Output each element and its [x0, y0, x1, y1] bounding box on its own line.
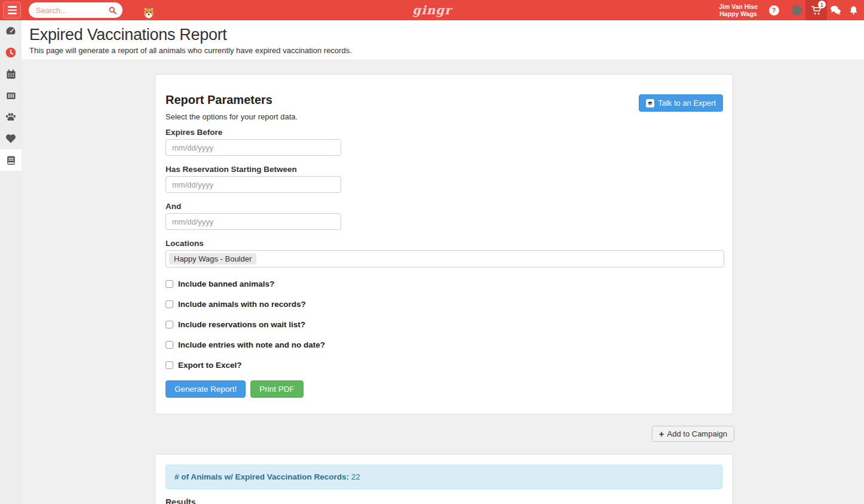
- print-pdf-button[interactable]: Print PDF: [250, 380, 304, 398]
- search-icon[interactable]: [108, 6, 117, 15]
- checkbox-note-no-date-label: Include entries with note and no date?: [178, 340, 325, 349]
- checkbox-wait-list-label: Include reservations on wait list?: [178, 320, 305, 329]
- time-clock-icon: [5, 47, 17, 59]
- avatar: [792, 5, 802, 16]
- user-account-label[interactable]: Jim Van Hise Happy Wags: [719, 4, 758, 17]
- reservation-start-input[interactable]: [166, 176, 341, 193]
- locations-label: Locations: [166, 239, 722, 248]
- expired-count-alert: # of Animals w/ Expired Vaccination Reco…: [166, 465, 722, 489]
- reservation-start-label: Has Reservation Starting Between: [166, 165, 722, 174]
- cart-count-badge: 1: [818, 1, 826, 8]
- paw-icon: [5, 111, 17, 123]
- hamburger-icon: [8, 6, 17, 8]
- dog-mascot-icon[interactable]: [142, 6, 155, 19]
- global-search: [29, 2, 122, 18]
- messages-button[interactable]: [829, 0, 842, 20]
- sidebar-item-wellness[interactable]: [0, 128, 22, 149]
- reservation-end-label: And: [166, 202, 722, 211]
- locations-multiselect[interactable]: Happy Wags - Boulder: [166, 250, 724, 268]
- checkbox-banned-label: Include banned animals?: [178, 279, 274, 288]
- location-tag[interactable]: Happy Wags - Boulder: [169, 253, 256, 265]
- bell-icon: [848, 5, 859, 16]
- search-input[interactable]: [36, 6, 108, 15]
- reports-book-icon: [5, 155, 17, 166]
- page-title: Expired Vaccinations Report: [29, 26, 864, 44]
- heart-icon: [5, 133, 17, 145]
- checkbox-row-note-no-date[interactable]: Include entries with note and no date?: [166, 340, 722, 350]
- expired-count-value: 22: [351, 472, 360, 481]
- report-parameters-body: Talk to an Expert Report Parameters Sele…: [155, 75, 733, 408]
- expires-before-label: Expires Before: [166, 128, 722, 137]
- dashboard-gauge-icon: [5, 25, 17, 37]
- lodging-icon: [5, 90, 17, 102]
- plus-icon: +: [659, 429, 664, 438]
- checkbox-banned[interactable]: [166, 280, 173, 288]
- sidebar-item-calendar[interactable]: [0, 63, 22, 85]
- report-parameters-subheading: Select the options for your report data.: [166, 112, 722, 121]
- generate-report-button[interactable]: Generate Report!: [166, 380, 246, 398]
- form-actions: Generate Report! Print PDF: [166, 380, 722, 398]
- talk-to-expert-label: Talk to an Expert: [658, 99, 716, 107]
- page-header: Expired Vaccinations Report This page wi…: [22, 20, 864, 60]
- page-subtitle: This page will generate a report of all …: [29, 46, 864, 55]
- sidebar-item-lodging[interactable]: [0, 85, 22, 106]
- checkbox-row-banned[interactable]: Include banned animals?: [166, 279, 722, 289]
- add-to-campaign-button[interactable]: + Add to Campaign: [652, 426, 734, 442]
- top-navbar: gingr Jim Van Hise Happy Wags ?: [0, 0, 864, 20]
- results-section-label: Results: [166, 497, 733, 504]
- logo-text: gingr: [412, 3, 452, 17]
- calendar-icon: [5, 69, 17, 80]
- sidebar-item-time-clock[interactable]: [0, 42, 22, 63]
- expert-badge-icon: [646, 99, 654, 107]
- checkbox-row-no-records[interactable]: Include animals with no records?: [166, 299, 722, 309]
- cart-button[interactable]: 1: [805, 0, 827, 20]
- app-root: gingr Jim Van Hise Happy Wags ?: [0, 0, 864, 504]
- checkbox-row-wait-list[interactable]: Include reservations on wait list?: [166, 319, 722, 330]
- help-button[interactable]: ?: [768, 0, 779, 20]
- sidebar-item-dashboard[interactable]: [0, 20, 22, 42]
- results-card: # of Animals w/ Expired Vaccination Reco…: [155, 454, 733, 504]
- checkbox-wait-list[interactable]: [166, 321, 173, 328]
- left-sidebar: [0, 20, 22, 504]
- talk-to-expert-button[interactable]: Talk to an Expert: [639, 94, 723, 112]
- reservation-end-input[interactable]: [166, 213, 341, 230]
- expired-count-label: # of Animals w/ Expired Vaccination Reco…: [174, 472, 349, 481]
- sidebar-item-animals[interactable]: [0, 106, 22, 128]
- checkbox-export-excel-label: Export to Excel?: [178, 361, 242, 370]
- checkbox-no-records[interactable]: [166, 300, 173, 308]
- checkbox-note-no-date[interactable]: [166, 341, 173, 349]
- add-to-campaign-label: Add to Campaign: [667, 429, 727, 438]
- help-icon: ?: [769, 5, 779, 16]
- chat-bubbles-icon: [829, 4, 841, 16]
- user-location: Happy Wags: [719, 11, 758, 18]
- avatar-button[interactable]: [791, 0, 802, 20]
- expires-before-input[interactable]: [166, 139, 341, 156]
- checkbox-export-excel[interactable]: [166, 361, 173, 369]
- notifications-button[interactable]: [847, 0, 859, 20]
- checkbox-row-export-excel[interactable]: Export to Excel?: [166, 360, 722, 370]
- hamburger-menu-button[interactable]: [3, 2, 21, 19]
- sidebar-item-reports[interactable]: [0, 149, 22, 171]
- report-parameters-card: Talk to an Expert Report Parameters Sele…: [155, 74, 733, 414]
- checkbox-no-records-label: Include animals with no records?: [178, 300, 306, 309]
- user-name: Jim Van Hise: [719, 4, 758, 11]
